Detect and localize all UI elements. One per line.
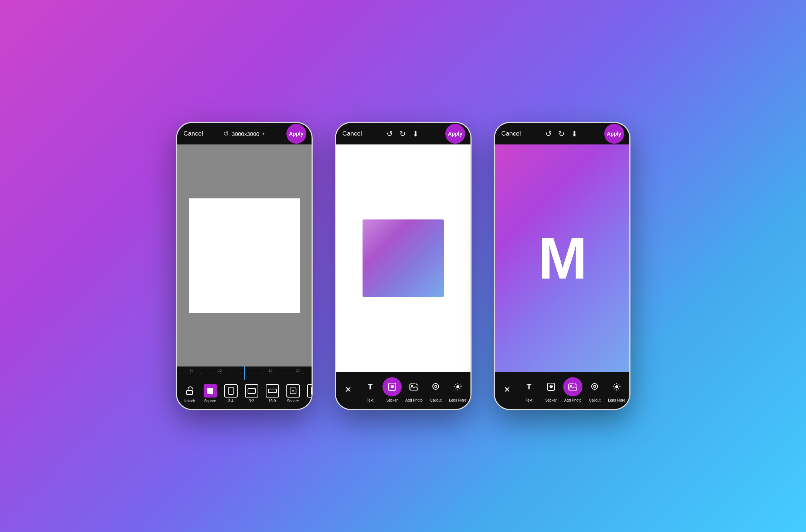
phone3-redo-icon[interactable]: ↻ (558, 129, 565, 138)
ratio-square-outline-svg (288, 386, 298, 396)
ratio-label-16-9: 16:9 (269, 399, 276, 403)
toolbar-item-text[interactable]: T Text (360, 377, 380, 402)
phone1-ratio-bar: Unlock Square 3:4 (177, 380, 312, 409)
crop-corner-tl (189, 198, 195, 204)
ratio-label-portrait: P... (311, 399, 312, 403)
ratio-item-unlock[interactable]: Unlock (180, 384, 199, 403)
phone2-cancel-button[interactable]: Cancel (343, 130, 362, 137)
close-x-icon: ✕ (345, 385, 351, 395)
phone3-cancel-button[interactable]: Cancel (501, 130, 521, 137)
svg-point-31 (592, 383, 598, 389)
svg-rect-4 (268, 389, 276, 393)
ruler-label-2: -10 (217, 369, 222, 372)
ruler-label-5: 20 (296, 369, 300, 372)
crop-grid (189, 198, 300, 313)
ratio-icon-3-4 (224, 384, 238, 398)
phone1-cancel-button[interactable]: Cancel (184, 130, 203, 137)
phone3-add-photo-icon-circle (563, 377, 582, 396)
phone3-toolbar-label-add-photo: Add Photo (564, 398, 582, 402)
ratio-3-2-svg (246, 386, 257, 396)
ratio-icon-3-2 (245, 384, 258, 398)
sticker-icon-circle (382, 377, 402, 396)
svg-rect-0 (187, 391, 193, 395)
svg-rect-3 (248, 388, 255, 393)
phone3-toolbar-label-text: Text (526, 398, 532, 402)
ratio-label-square-outline: Square (287, 399, 299, 403)
text-T-icon: T (368, 382, 373, 392)
ratio-label-3-2: 3:2 (249, 399, 254, 403)
unlock-icon-box (183, 384, 196, 398)
phone2-header-actions: ↺ ↻ ⬇ (387, 129, 419, 138)
toolbar-item-callout[interactable]: Callout (426, 377, 445, 402)
svg-line-22 (459, 388, 460, 389)
ratio-16-9-svg (267, 386, 278, 396)
phone3-toolbar: ✕ T Text Sticker (495, 372, 629, 409)
toolbar-label-sticker: Sticker (387, 398, 398, 402)
phone3-toolbar-item-text[interactable]: T Text (519, 377, 538, 402)
phone1-size-info: ↺ 3000x3000 ▾ (223, 130, 264, 138)
phone3-undo-icon[interactable]: ↺ (545, 129, 552, 138)
phone3-header-actions: ↺ ↻ ⬇ (545, 129, 578, 138)
phone1-size-label: 3000x3000 (232, 131, 259, 137)
phone3-add-photo-icon-svg (568, 382, 578, 392)
crop-corner-br (294, 307, 300, 313)
phone3-toolbar-item-add-photo[interactable]: Add Photo (563, 377, 582, 402)
ratio-item-portrait[interactable]: P... (304, 384, 312, 403)
phone3-text-T-icon: T (527, 382, 531, 392)
undo-icon[interactable]: ↺ (387, 129, 393, 138)
ratio-item-square-active[interactable]: Square (201, 384, 220, 403)
toolbar-label-text: Text (367, 398, 373, 402)
phone3-close-x-icon: ✕ (504, 385, 510, 395)
dropdown-arrow-icon: ▾ (262, 131, 265, 136)
crop-corner-tr (294, 198, 300, 204)
ruler-label-1: -20 (188, 369, 193, 372)
phone3-toolbar-item-close[interactable]: ✕ (497, 380, 517, 399)
svg-line-38 (614, 385, 615, 385)
svg-rect-2 (229, 387, 233, 395)
phone2-header: Cancel ↺ ↻ ⬇ Apply (336, 123, 470, 144)
close-icon-circle: ✕ (339, 380, 358, 399)
phone1-apply-button[interactable]: Apply (286, 124, 306, 144)
square-active-svg (205, 386, 215, 396)
callout-icon-circle (426, 377, 445, 396)
toolbar-label-callout: Callout (430, 398, 442, 402)
phone1-ruler: -20 -10 10 20 (177, 366, 312, 380)
lens-flare-icon-circle (448, 377, 467, 396)
phone3-lens-flare-icon-svg (612, 382, 622, 392)
phone-2: Cancel ↺ ↻ ⬇ Apply ✕ T (335, 122, 472, 410)
phone2-toolbar: ✕ T Text Sticker (336, 372, 470, 409)
gradient-image (363, 219, 444, 297)
phone2-apply-button[interactable]: Apply (445, 124, 465, 144)
canvas-letter-m: M (538, 224, 586, 292)
svg-point-6 (292, 390, 294, 392)
svg-line-23 (459, 385, 460, 385)
crop-corner-bl (189, 307, 195, 313)
callout-icon-svg (431, 382, 441, 392)
phone3-callout-icon-circle (585, 377, 604, 396)
svg-point-32 (594, 385, 596, 388)
ratio-item-3-4[interactable]: 3:4 (221, 384, 241, 403)
ratio-item-3-2[interactable]: 3:2 (242, 384, 261, 403)
ratio-label-square-active: Square (204, 399, 216, 403)
toolbar-item-lens-flare[interactable]: Lens Flare (448, 377, 467, 402)
phone3-sticker-icon-circle (541, 377, 561, 396)
phone1-header: Cancel ↺ 3000x3000 ▾ Apply (177, 123, 312, 144)
ratio-item-square-outline[interactable]: Square (283, 384, 303, 403)
text-icon-circle: T (360, 377, 380, 396)
add-photo-icon-circle (404, 377, 424, 396)
toolbar-item-close[interactable]: ✕ (339, 380, 358, 399)
phone3-callout-icon-svg (589, 382, 600, 392)
toolbar-item-sticker[interactable]: Sticker (382, 377, 402, 402)
svg-rect-1 (207, 388, 213, 394)
phone-3: Cancel ↺ ↻ ⬇ Apply M ✕ T (494, 122, 630, 410)
phone3-apply-button[interactable]: Apply (604, 124, 624, 144)
phone3-toolbar-item-sticker[interactable]: Sticker (541, 377, 561, 402)
toolbar-item-add-photo[interactable]: Add Photo (404, 377, 424, 402)
phone3-toolbar-item-lens-flare[interactable]: Lens Flare (607, 377, 626, 402)
phone3-download-icon[interactable]: ⬇ (571, 129, 578, 138)
redo-icon[interactable]: ↻ (399, 129, 406, 138)
phone3-toolbar-item-callout[interactable]: Callout (585, 377, 604, 402)
download-icon[interactable]: ⬇ (412, 129, 419, 138)
phone3-toolbar-label-sticker: Sticker (545, 398, 557, 402)
ratio-item-16-9[interactable]: 16:9 (263, 384, 282, 403)
